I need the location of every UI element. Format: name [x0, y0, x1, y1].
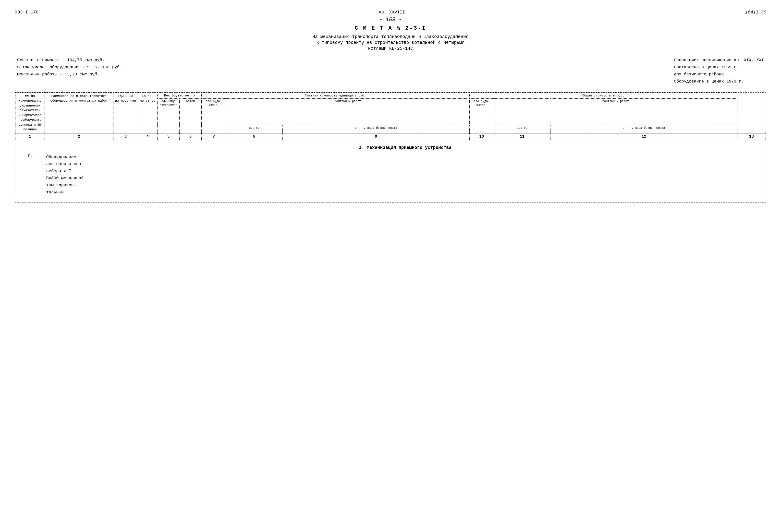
header-row-1: №№ пп Наименование укрупненных показател…: [15, 93, 766, 98]
title-sub1: На механизацию транспорта топливоподачи …: [15, 34, 766, 39]
spacer5: [737, 131, 766, 133]
col6-sub1: обо-рудо-вания:: [202, 98, 226, 133]
col-num-12: 12: [550, 133, 737, 140]
col2-header: Наименование и характеристика оборудован…: [45, 93, 114, 133]
info-section: Сметная стоимость - 104,75 тыс.руб. В то…: [15, 57, 766, 85]
doc-number-left: 903-I-170: [15, 10, 38, 15]
doc-number-right: 16411-30: [745, 10, 766, 15]
spacer2: [283, 131, 469, 133]
info-right: Основание: спецификация Ал. XIX, XXI Сос…: [674, 57, 764, 85]
col6-sub2a: все-го: [226, 125, 283, 131]
cost-equipment: В том числе: оборудования - 91,52 тыс.ру…: [17, 64, 122, 71]
col-num-4: 4: [138, 133, 158, 140]
col5-sub2: общий: [179, 98, 202, 133]
col-num-8: 8: [226, 133, 283, 140]
col-num-11: 11: [494, 133, 550, 140]
cost-installation: монтажные работы - 13,23 тыс.руб.: [17, 71, 122, 78]
col3-header: Едини-ца из-мере-ния: [114, 93, 138, 133]
col7-sub2a: все-го: [494, 125, 550, 131]
col7-header: Общая стоимость в руб.: [469, 93, 737, 98]
col-num-10: 10: [469, 133, 494, 140]
col-num-3: 3: [114, 133, 138, 140]
base-region: для базисного района: [674, 71, 764, 78]
column-numbers-row: 1 2 3 4 5 6 7 8 9 10 11 12 13: [15, 133, 766, 140]
title-main: С М Е Т А № 2-3-I: [15, 25, 766, 31]
section1-title: I. Механизация приемного устройства: [45, 140, 766, 152]
doc-number-center: Ал. XXVIII: [378, 10, 405, 15]
col-num-1: 1: [15, 133, 45, 140]
price-year: Составлена в ценах 1969 г.: [674, 64, 764, 71]
basis-spec: Основание: спецификация Ал. XIX, XXI: [674, 57, 764, 64]
col7-sub2b: в т.ч. зара-ботная плата: [550, 125, 737, 131]
section1-col1: [15, 140, 45, 152]
item1-desc: Оборудование ленточного кон- вейера № I …: [45, 152, 766, 197]
col5-header: Вес брутто нетто: [158, 93, 202, 98]
item1-num: I.: [15, 152, 45, 197]
col1-header: №№ пп Наименование укрупненных показател…: [15, 93, 45, 133]
main-table-wrapper: №№ пп Наименование укрупненных показател…: [15, 92, 766, 203]
item1-row: I. Оборудование ленточного кон- вейера №…: [15, 152, 766, 197]
col6-sub2: Монтажных работ: [226, 98, 469, 125]
spacer1: [226, 131, 283, 133]
main-table: №№ пп Наименование укрупненных показател…: [15, 93, 766, 197]
col4-header: Ко-ли-че-ст-во: [138, 93, 158, 133]
col7-sub1: обо-рудо-вания:: [469, 98, 494, 133]
page-header: 903-I-170 Ал. XXVIII 16411-30: [15, 10, 766, 15]
equipment-prices: Оборудование в ценах 1973 г.: [674, 78, 764, 85]
title-sub3: котлами КЕ-25-14С: [15, 46, 766, 51]
title-sub2: К типовому проекту на строительство коте…: [15, 40, 766, 45]
col-num-7: 7: [202, 133, 226, 140]
col6-sub2b: в т.ч. зара-ботная плата: [283, 125, 469, 131]
spacer4: [550, 131, 737, 133]
col-num-5: 5: [158, 133, 179, 140]
col-num-6: 6: [179, 133, 202, 140]
col-num-13: 13: [737, 133, 766, 140]
cost-total: Сметная стоимость - 104,75 тыс.руб.: [17, 57, 122, 64]
col6-header: Сметная стоимость единицы в руб.: [202, 93, 469, 98]
col-num-9: 9: [283, 133, 469, 140]
page-number: - 169 -: [15, 17, 766, 23]
section1-row: I. Механизация приемного устройства: [15, 140, 766, 152]
col7-sub2: Монтажных работ: [494, 98, 737, 125]
title-section: С М Е Т А № 2-3-I На механизацию транспо…: [15, 25, 766, 51]
col-num-2: 2: [45, 133, 114, 140]
info-left: Сметная стоимость - 104,75 тыс.руб. В то…: [17, 57, 122, 85]
spacer3: [494, 131, 550, 133]
col5-sub1: еди-ница изме-рения: [158, 98, 179, 133]
